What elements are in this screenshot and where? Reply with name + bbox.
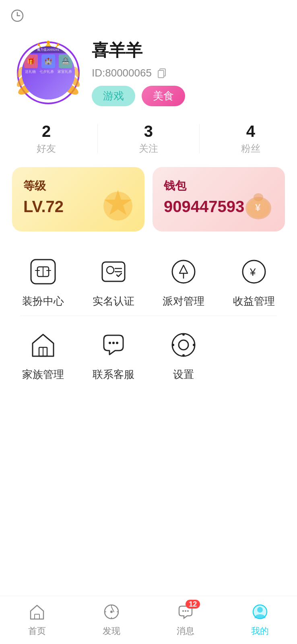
profile-info: 喜羊羊 ID:80000065 游戏 美食	[92, 39, 185, 106]
bottom-nav: 首页 发现 12 消息	[0, 596, 297, 644]
contact-label: 联系客服	[93, 367, 134, 382]
svg-point-45	[193, 344, 195, 346]
contact-icon	[96, 327, 131, 363]
message-badge: 12	[186, 600, 200, 609]
tag-game[interactable]: 游戏	[92, 86, 135, 106]
income-icon: ¥	[236, 254, 272, 289]
svg-point-37	[109, 342, 111, 344]
realname-icon	[96, 254, 131, 289]
svg-point-29	[172, 260, 195, 283]
tag-food[interactable]: 美食	[142, 86, 185, 106]
svg-point-57	[187, 610, 189, 612]
svg-point-38	[112, 342, 115, 344]
copy-id-button[interactable]	[156, 66, 169, 79]
username: 喜羊羊	[92, 39, 185, 62]
mine-icon	[251, 603, 269, 623]
svg-rect-47	[35, 614, 39, 619]
menu-row-1: 装扮中心 实名认证 派对管理	[8, 246, 289, 312]
nav-mine-label: 我的	[251, 625, 269, 637]
svg-point-9	[47, 41, 50, 44]
family-icon	[25, 327, 61, 363]
realname-label: 实名认证	[93, 294, 134, 308]
tags-row: 游戏 美食	[92, 86, 185, 106]
notification-icon[interactable]	[10, 8, 25, 27]
nav-mine[interactable]: 我的	[251, 603, 269, 637]
party-label: 派对管理	[163, 294, 204, 308]
svg-text:¥: ¥	[255, 202, 261, 213]
stat-following[interactable]: 3 关注	[139, 122, 158, 155]
wallet-card[interactable]: 钱包 909447593 ¥	[153, 167, 285, 231]
nav-message[interactable]: 12 消息	[177, 603, 194, 637]
wallet-icon: ¥	[238, 182, 278, 227]
top-bar	[0, 0, 297, 31]
menu-section: 装扮中心 实名认证 派对管理	[0, 246, 297, 386]
avatar-wrapper[interactable]: 魔力值2055241 🎁 🏰 🏯 送礼物七夕礼券家室礼券	[16, 41, 80, 105]
svg-marker-30	[179, 265, 188, 273]
user-id: ID:80000065	[92, 67, 152, 79]
menu-item-dress[interactable]: 装扮中心	[15, 254, 71, 308]
profile-section: 魔力值2055241 🎁 🏰 🏯 送礼物七夕礼券家室礼券 喜羊羊 ID:8000…	[0, 31, 297, 114]
level-card[interactable]: 等级 LV.72	[12, 167, 144, 231]
menu-item-contact[interactable]: 联系客服	[85, 327, 142, 382]
svg-point-40	[179, 340, 188, 350]
svg-point-10	[37, 43, 40, 46]
cards-row: 等级 LV.72 钱包 909447593 ¥	[0, 167, 297, 231]
dress-icon	[25, 254, 61, 289]
svg-text:¥: ¥	[250, 266, 256, 278]
home-icon	[28, 603, 46, 623]
menu-item-realname[interactable]: 实名认证	[85, 254, 142, 308]
family-label: 家族管理	[22, 367, 64, 382]
svg-point-42	[182, 333, 185, 336]
party-icon	[166, 254, 201, 289]
menu-item-settings[interactable]: 设置	[155, 327, 212, 382]
stats-row: 2 好友 3 关注 4 粉丝	[0, 114, 297, 167]
svg-rect-13	[158, 70, 164, 78]
stat-fans[interactable]: 4 粉丝	[241, 122, 260, 155]
nav-message-label: 消息	[177, 625, 194, 637]
nav-discover[interactable]: 发现	[103, 603, 120, 637]
svg-point-18	[254, 193, 263, 201]
svg-point-55	[182, 610, 184, 612]
menu-item-party[interactable]: 派对管理	[155, 254, 212, 308]
svg-point-26	[107, 266, 114, 274]
svg-point-56	[185, 610, 186, 612]
menu-separator-1	[20, 316, 277, 316]
settings-label: 设置	[173, 367, 194, 382]
svg-point-43	[182, 354, 185, 357]
nav-home-label: 首页	[28, 625, 46, 637]
nav-discover-label: 发现	[103, 625, 120, 637]
message-icon: 12	[177, 603, 194, 623]
svg-point-60	[257, 607, 263, 613]
level-icon	[98, 182, 138, 227]
svg-point-49	[110, 611, 113, 613]
svg-marker-46	[31, 605, 43, 619]
svg-point-44	[172, 344, 174, 346]
stat-friends[interactable]: 2 好友	[37, 122, 56, 155]
svg-point-41	[172, 334, 195, 356]
user-id-row: ID:80000065	[92, 66, 185, 79]
svg-point-11	[57, 43, 59, 46]
menu-row-2: 家族管理 联系客服	[8, 319, 289, 386]
dress-label: 装扮中心	[22, 294, 64, 308]
discover-icon	[103, 603, 120, 623]
settings-icon	[166, 327, 201, 363]
income-label: 收益管理	[233, 294, 275, 308]
menu-item-income[interactable]: ¥ 收益管理	[226, 254, 282, 308]
svg-point-39	[116, 342, 118, 344]
menu-item-family[interactable]: 家族管理	[15, 327, 71, 382]
nav-home[interactable]: 首页	[28, 603, 46, 637]
